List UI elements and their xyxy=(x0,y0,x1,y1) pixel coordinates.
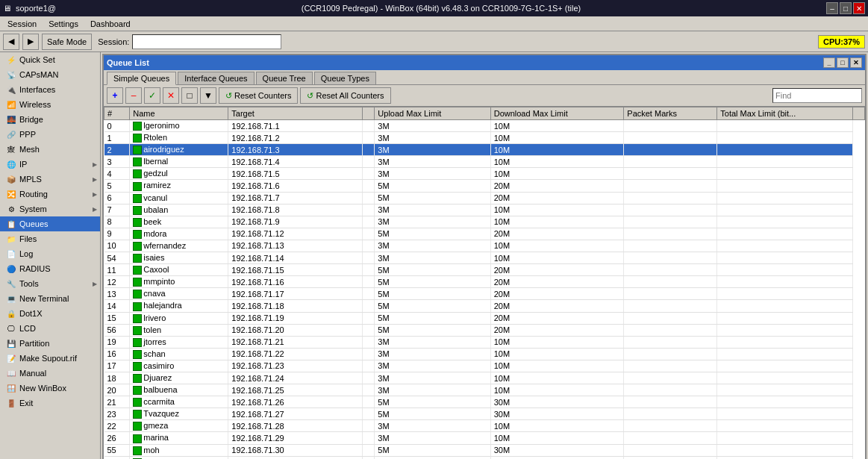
table-row[interactable]: 3lbernal192.168.71.43M10M xyxy=(104,156,865,168)
cell-target: 192.168.71.27 xyxy=(228,408,363,420)
table-row[interactable]: 4gedzul192.168.71.53M10M xyxy=(104,168,865,180)
col-arrow[interactable] xyxy=(363,107,375,120)
cell-total xyxy=(717,456,853,459)
table-row[interactable]: 22gmeza192.168.71.283M10M xyxy=(104,420,865,432)
col-upload[interactable]: Upload Max Limit xyxy=(375,107,490,120)
sidebar-item-new-winbox[interactable]: 🪟 New WinBox xyxy=(0,381,100,396)
add-button[interactable]: + xyxy=(107,87,123,104)
sidebar-item-wireless[interactable]: 📶 Wireless xyxy=(0,97,100,112)
table-row[interactable]: 13cnava192.168.71.175M20M xyxy=(104,288,865,300)
table-row[interactable]: 15lrivero192.168.71.195M20M xyxy=(104,312,865,324)
sidebar-item-queues[interactable]: 📋 Queues xyxy=(0,216,100,231)
cell-name: mdora xyxy=(130,228,228,240)
forward-button[interactable]: ▶ xyxy=(22,34,39,50)
sidebar-item-log[interactable]: 📄 Log xyxy=(0,246,100,261)
sidebar-item-manual[interactable]: 📖 Manual xyxy=(0,366,100,381)
copy-button[interactable]: □ xyxy=(181,87,198,104)
sidebar-item-tools[interactable]: 🔧 Tools ▶ xyxy=(0,276,100,291)
cell-arrow xyxy=(363,372,375,384)
enable-button[interactable]: ✓ xyxy=(144,87,160,104)
col-name[interactable]: Name xyxy=(130,107,228,120)
table-row[interactable]: 5ramirez192.168.71.65M20M xyxy=(104,180,865,192)
col-marks[interactable]: Packet Marks xyxy=(624,107,717,120)
cell-target: 192.168.71.17 xyxy=(228,288,363,300)
col-total[interactable]: Total Max Limit (bit... xyxy=(717,107,853,120)
sidebar-item-partition[interactable]: 💾 Partition xyxy=(0,336,100,351)
sidebar-item-lcd[interactable]: 🖵 LCD xyxy=(0,321,100,336)
cell-total xyxy=(717,192,853,204)
menu-settings[interactable]: Settings xyxy=(44,18,83,30)
table-row[interactable]: 7ubalan192.168.71.83M10M xyxy=(104,204,865,216)
sidebar-item-make-supout[interactable]: 📝 Make Supout.rif xyxy=(0,351,100,366)
sidebar-item-mesh[interactable]: 🕸 Mesh xyxy=(0,142,100,157)
table-row[interactable]: 18Djuarez192.168.71.243M10M xyxy=(104,372,865,384)
sidebar-label-mesh: Mesh xyxy=(19,145,40,154)
col-target[interactable]: Target xyxy=(228,107,363,120)
queue-minimize-button[interactable]: _ xyxy=(823,57,835,68)
disable-button[interactable]: ✕ xyxy=(163,87,179,104)
tab-interface-queues[interactable]: Interface Queues xyxy=(178,72,254,84)
queue-status-icon xyxy=(133,326,142,335)
find-input[interactable] xyxy=(772,88,862,103)
table-row[interactable]: 14halejandra192.168.71.185M20M xyxy=(104,300,865,312)
sidebar-item-routing[interactable]: 🔀 Routing ▶ xyxy=(0,187,100,202)
filter-button[interactable]: ▼ xyxy=(200,87,216,104)
remove-button[interactable]: – xyxy=(125,87,142,104)
queue-maximize-button[interactable]: □ xyxy=(837,57,849,68)
sidebar-item-exit[interactable]: 🚪 Exit xyxy=(0,396,100,410)
sidebar-item-capsman[interactable]: 📡 CAPsMAN xyxy=(0,67,100,82)
table-row[interactable]: 40guvaliente192.168.71.315M xyxy=(104,456,865,459)
minimize-button[interactable]: – xyxy=(826,2,838,14)
sidebar-item-dot1x[interactable]: 🔒 Dot1X xyxy=(0,306,100,321)
table-row[interactable]: 2airodriguez192.168.71.33M10M xyxy=(104,144,865,156)
queue-window-title: Queue List xyxy=(107,58,149,67)
sidebar-item-ip[interactable]: 🌐 IP ▶ xyxy=(0,157,100,172)
menu-dashboard[interactable]: Dashboard xyxy=(86,18,135,30)
table-row[interactable]: 1Rtolen192.168.71.23M10M xyxy=(104,132,865,144)
cell-total xyxy=(717,144,853,156)
table-row[interactable]: 8beek192.168.71.93M10M xyxy=(104,216,865,228)
close-button[interactable]: ✕ xyxy=(853,2,865,14)
cell-marks xyxy=(624,420,717,432)
table-row[interactable]: 26marina192.168.71.293M10M xyxy=(104,432,865,444)
sidebar-item-ppp[interactable]: 🔗 PPP xyxy=(0,127,100,142)
tab-queue-types[interactable]: Queue Types xyxy=(314,72,376,84)
main-layout: ⚡ Quick Set 📡 CAPsMAN 🔌 Interfaces 📶 Wir… xyxy=(0,52,868,459)
sidebar-item-radius[interactable]: 🔵 RADIUS xyxy=(0,261,100,276)
table-row[interactable]: 17casimiro192.168.71.233M10M xyxy=(104,360,865,372)
table-row[interactable]: 20balbuena192.168.71.253M10M xyxy=(104,384,865,396)
table-row[interactable]: 21ccarmita192.168.71.265M30M xyxy=(104,396,865,408)
sidebar-item-interfaces[interactable]: 🔌 Interfaces xyxy=(0,82,100,97)
maximize-button[interactable]: □ xyxy=(840,2,852,14)
tab-queue-tree[interactable]: Queue Tree xyxy=(256,72,313,84)
table-row[interactable]: 19jtorres192.168.71.213M10M xyxy=(104,336,865,348)
sidebar-label-manual: Manual xyxy=(19,369,46,378)
table-row[interactable]: 10wfernandez192.168.71.133M10M xyxy=(104,240,865,252)
table-row[interactable]: 23Tvazquez192.168.71.275M30M xyxy=(104,408,865,420)
sidebar-item-system[interactable]: ⚙ System ▶ xyxy=(0,202,100,216)
table-row[interactable]: 11Caxool192.168.71.155M20M xyxy=(104,264,865,276)
reset-all-counters-button[interactable]: ↺ Reset All Counters xyxy=(300,87,390,104)
sidebar-item-mpls[interactable]: 📦 MPLS ▶ xyxy=(0,172,100,187)
table-row[interactable]: 12mmpinto192.168.71.165M20M xyxy=(104,276,865,288)
table-row[interactable]: 54isaies192.168.71.143M10M xyxy=(104,252,865,264)
table-row[interactable]: 56tolen192.168.71.205M20M xyxy=(104,324,865,336)
session-input[interactable] xyxy=(132,34,281,49)
back-button[interactable]: ◀ xyxy=(3,34,19,50)
menu-session[interactable]: Session xyxy=(3,18,41,30)
table-row[interactable]: 0lgeronimo192.168.71.13M10M xyxy=(104,120,865,132)
table-row[interactable]: 6vcanul192.168.71.75M20M xyxy=(104,192,865,204)
col-num[interactable]: # xyxy=(104,107,130,120)
sidebar-item-quick-set[interactable]: ⚡ Quick Set xyxy=(0,52,100,67)
col-download[interactable]: Download Max Limit xyxy=(490,107,624,120)
sidebar-item-new-terminal[interactable]: 💻 New Terminal xyxy=(0,291,100,306)
table-row[interactable]: 9mdora192.168.71.125M20M xyxy=(104,228,865,240)
reset-counters-button[interactable]: ↺ Reset Counters xyxy=(219,87,298,104)
tab-simple-queues[interactable]: Simple Queues xyxy=(107,72,176,85)
sidebar-item-bridge[interactable]: 🌉 Bridge xyxy=(0,112,100,127)
sidebar-item-files[interactable]: 📁 Files xyxy=(0,231,100,246)
table-row[interactable]: 55moh192.168.71.305M30M xyxy=(104,444,865,456)
queue-close-button[interactable]: ✕ xyxy=(850,57,862,68)
table-row[interactable]: 16schan192.168.71.223M10M xyxy=(104,348,865,360)
safe-mode-button[interactable]: Safe Mode xyxy=(42,34,92,50)
